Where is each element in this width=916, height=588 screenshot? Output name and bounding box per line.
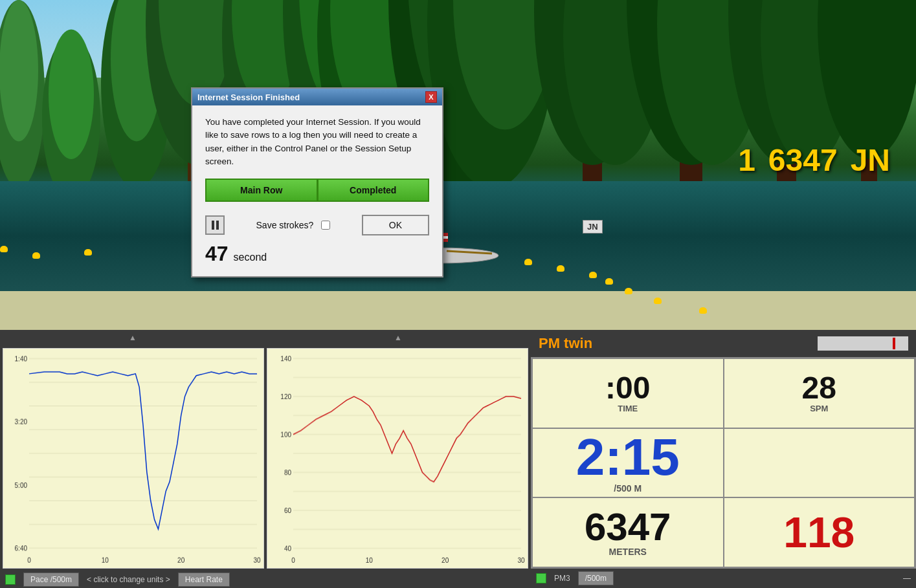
pause-bar-2 [216, 221, 219, 230]
pm-bottom-bar: PM3 /500m — [531, 569, 916, 588]
save-strokes-label: Save strokes? [256, 220, 314, 230]
pace-btn[interactable]: Pace /500m [23, 572, 79, 587]
pm-indicator [818, 336, 908, 351]
pace-chart [3, 348, 264, 569]
completed-button[interactable]: Completed [317, 179, 430, 202]
pause-icon [212, 221, 219, 230]
pm-spm-cell: 28 SPM [724, 358, 915, 428]
dialog: Internet Session Finished X You have com… [191, 87, 443, 278]
pm-hr-cell: 118 [724, 497, 915, 567]
chart-arrow-row: ▲ ▲ [0, 330, 531, 345]
pm-header: PM twin [531, 330, 916, 357]
pm-meters-value: 6347 [585, 508, 671, 547]
timer-value: 47 [205, 242, 229, 266]
pm-pace-label: /500 M [614, 483, 642, 494]
dialog-bottom-row: Save strokes? OK [205, 215, 429, 235]
save-strokes-checkbox[interactable] [321, 221, 330, 230]
game-scene: JN 1 6347 JN Internet Session Finished X… [0, 0, 916, 330]
pm-time-cell: :00 TIME [532, 358, 724, 428]
pm-pace-label-cell [724, 428, 915, 498]
pause-button[interactable] [205, 215, 225, 235]
pm-per500-btn[interactable]: /500m [578, 571, 614, 585]
center-arrow-icon[interactable]: ▲ [394, 333, 402, 342]
charts-container [0, 345, 531, 571]
pause-bar-1 [212, 221, 214, 230]
pm-dash: — [903, 574, 911, 583]
bottom-panel: ▲ ▲ Pace /500m < click to change units >… [0, 330, 916, 588]
dialog-body: You have completed your Internet Session… [192, 105, 442, 276]
save-strokes-container: Save strokes? [256, 220, 331, 230]
pm-pace-cell: 2:15 /500 M [532, 428, 724, 498]
pm-spm-label: SPM [810, 404, 828, 413]
heart-rate-btn[interactable]: Heart Rate [178, 572, 230, 587]
charts-green-dot [5, 574, 16, 585]
charts-bottom-bar: Pace /500m < click to change units > Hea… [0, 571, 531, 588]
pm-time-value: :00 [605, 373, 650, 404]
click-to-change-text[interactable]: < click to change units > [87, 575, 170, 584]
pm-hr-value: 118 [783, 511, 855, 554]
pm-green-dot [536, 573, 546, 583]
pm-spm-value: 28 [802, 373, 836, 404]
charts-area: ▲ ▲ Pace /500m < click to change units >… [0, 330, 531, 588]
timer-unit: second [234, 252, 267, 263]
dialog-message: You have completed your Internet Session… [205, 116, 429, 168]
pm-meters-cell: 6347 METERS [532, 497, 724, 567]
dialog-title: Internet Session Finished [197, 93, 300, 102]
heart-rate-chart [267, 348, 528, 569]
pm-meters-label: METERS [609, 547, 647, 557]
left-arrow-icon[interactable]: ▲ [129, 333, 137, 342]
pm-pm3-label: PM3 [554, 574, 570, 583]
pm-time-label: TIME [618, 404, 638, 413]
ok-button[interactable]: OK [362, 215, 429, 235]
dialog-overlay: Internet Session Finished X You have com… [0, 0, 916, 330]
hr-canvas [267, 349, 528, 568]
dialog-titlebar: Internet Session Finished X [192, 89, 442, 105]
dialog-action-buttons: Main Row Completed [205, 179, 429, 202]
timer-row: 47 second [205, 242, 429, 266]
pm-panel: PM twin :00 TIME 28 SPM 2:15 /500 M [531, 330, 916, 588]
main-row-button[interactable]: Main Row [205, 179, 317, 202]
pm-indicator-bar [893, 338, 895, 349]
pace-canvas [3, 349, 263, 568]
pm-display: :00 TIME 28 SPM 2:15 /500 M 6347 METERS … [531, 357, 916, 569]
dialog-close-button[interactable]: X [425, 91, 437, 103]
pm-title: PM twin [539, 335, 592, 352]
pm-pace-value: 2:15 [576, 431, 680, 483]
